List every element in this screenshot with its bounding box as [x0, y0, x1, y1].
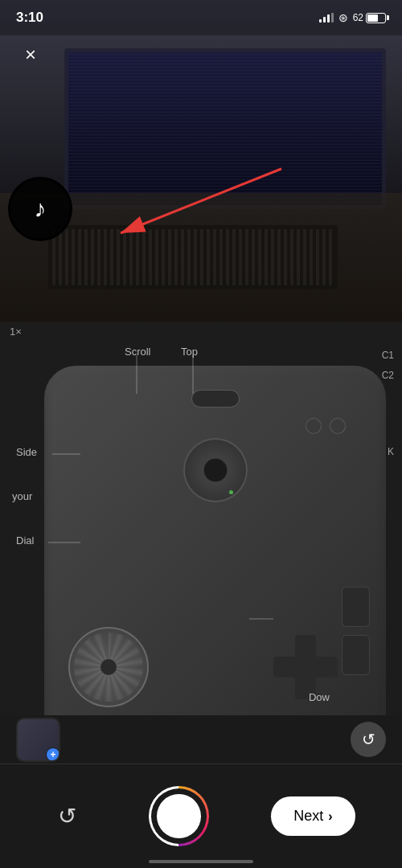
- center-dial-inner: [203, 458, 228, 482]
- refresh-button[interactable]: ↺: [351, 722, 386, 757]
- close-icon: ×: [25, 45, 36, 64]
- keyboard-keys: [52, 229, 334, 285]
- green-indicator: [229, 490, 233, 494]
- refresh-icon: ↺: [362, 730, 375, 749]
- right-button-2: [342, 635, 370, 675]
- undo-button[interactable]: ↺: [47, 796, 87, 837]
- bottom-toolbar: ↺ Next ›: [0, 764, 402, 868]
- big-dial: [68, 627, 149, 707]
- next-label: Next: [293, 808, 323, 825]
- camera-view: [0, 0, 402, 338]
- bottom-extras: + ↺: [0, 715, 402, 764]
- top-button-2: [330, 418, 346, 434]
- zoom-label: 1×: [10, 326, 22, 338]
- your-label: your: [12, 490, 32, 502]
- status-time: 3:10: [16, 10, 43, 26]
- status-bar: 3:10 ⊛ 62: [0, 0, 402, 35]
- battery-icon: [366, 13, 386, 23]
- dpad: [273, 635, 338, 699]
- music-circle: ♪: [8, 177, 72, 241]
- thumbnail-button[interactable]: +: [16, 718, 60, 762]
- side-label: Side: [16, 446, 37, 458]
- next-button[interactable]: Next ›: [271, 796, 355, 836]
- next-chevron-icon: ›: [328, 809, 332, 824]
- signal-icon: [319, 13, 334, 23]
- c1-label: C1: [382, 350, 394, 361]
- dial-label: Dial: [16, 534, 34, 547]
- dpad-vertical: [295, 635, 316, 699]
- controller-body: [44, 366, 386, 747]
- battery: 62: [353, 12, 386, 23]
- battery-level: 62: [353, 12, 363, 23]
- bottom-panel: 1× Scroll Top Side your Dial C1 C2 K: [0, 321, 402, 868]
- right-buttons: [342, 587, 370, 675]
- capture-button[interactable]: [149, 786, 209, 846]
- monitor-screen: [68, 52, 382, 205]
- music-note-icon: ♪: [35, 197, 47, 221]
- top-buttons: [306, 418, 346, 434]
- home-indicator: [149, 860, 253, 863]
- monitor-area: [64, 48, 386, 209]
- wifi-icon: ⊛: [338, 11, 348, 24]
- add-badge: +: [46, 747, 60, 762]
- scroll-label: Scroll: [125, 346, 151, 358]
- undo-icon: ↺: [58, 803, 76, 829]
- controller-area: 1× Scroll Top Side your Dial C1 C2 K: [0, 321, 402, 764]
- close-button[interactable]: ×: [16, 40, 45, 69]
- capture-button-inner: [157, 794, 201, 838]
- top-button-1: [306, 418, 322, 434]
- keyboard-area: [48, 225, 338, 289]
- center-dial: [183, 438, 248, 502]
- c2-label: C2: [382, 370, 394, 381]
- scroll-wheel: [191, 390, 240, 407]
- battery-fill: [367, 14, 378, 22]
- top-label: Top: [181, 346, 198, 358]
- k-label: K: [388, 446, 394, 457]
- status-icons: ⊛ 62: [319, 11, 386, 24]
- big-dial-center: [100, 659, 117, 675]
- down-partial-label: Dow: [309, 691, 330, 703]
- right-button-1: [342, 587, 370, 627]
